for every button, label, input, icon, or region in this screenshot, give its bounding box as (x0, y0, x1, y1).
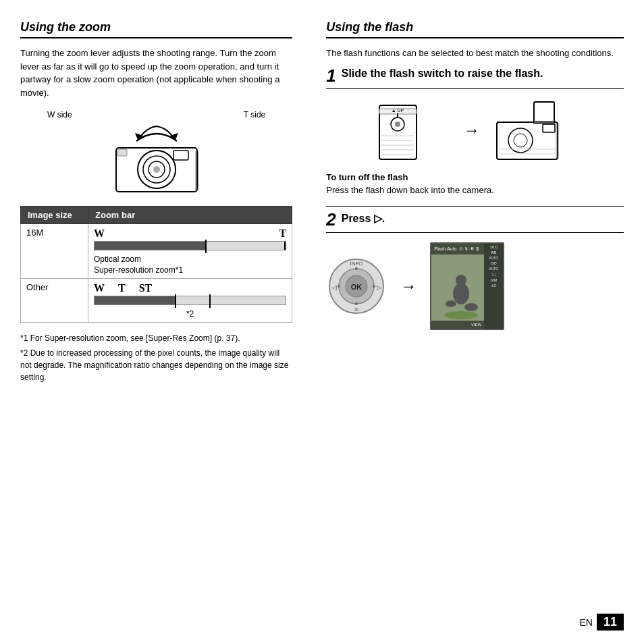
flash-switch-diagram: ▲ UP → (326, 99, 624, 163)
svg-point-43 (453, 283, 469, 304)
step1-number: 1 (326, 67, 336, 84)
svg-text:◁: ◁ (332, 284, 337, 291)
table-cell-16m: 16M (21, 224, 88, 279)
person-svg (441, 273, 481, 321)
svg-point-4 (153, 166, 160, 173)
svg-text:▷: ▷ (377, 284, 381, 291)
step2-heading: 2 Press ▷. (326, 206, 624, 233)
flash-intro-text: The flash functions can be selected to b… (326, 47, 624, 60)
zoom-body-text: Turning the zoom lever adjusts the shoot… (20, 47, 292, 99)
svg-text:⊙: ⊙ (354, 306, 359, 313)
zoom-diagram: W side T side (20, 110, 292, 195)
st-label-other: ST (139, 282, 153, 294)
footnotes: *1 For Super-resolution zoom, see [Super… (20, 332, 292, 383)
right-column: Using the flash The flash functions can … (313, 20, 624, 624)
step1-text: Slide the flash switch to raise the flas… (342, 67, 543, 81)
page-footer: EN 11 (580, 614, 624, 630)
svg-rect-5 (173, 151, 188, 160)
arrow-to-screen: → (400, 277, 417, 296)
table-header-image-size: Image size (21, 207, 88, 224)
svg-point-39 (355, 302, 358, 305)
table-row-16m: 16M W T Optical zoom Super- (21, 224, 292, 279)
step2-number: 2 (326, 211, 336, 228)
star2-label: *2 (94, 309, 286, 319)
right-section-title: Using the flash (326, 20, 624, 38)
flash-raised-svg (493, 99, 574, 163)
screen-sidebar: ±0.0 WB AUTO ISO AUTO □ 16M ±3 (484, 244, 503, 329)
svg-point-38 (355, 267, 358, 270)
turn-off-section: To turn off the flash Press the flash do… (326, 172, 624, 195)
table-cell-16m-bar: W T Optical zoom Super-resolution zoom*1 (88, 224, 292, 279)
turn-off-title: To turn off the flash (326, 172, 624, 182)
svg-point-45 (464, 303, 478, 311)
view-label: VIEW (471, 323, 481, 327)
svg-point-41 (373, 285, 375, 288)
table-row-other: Other W T ST *2 (21, 279, 292, 323)
page-number: 11 (597, 614, 624, 630)
w-label-other: W (94, 282, 105, 294)
turn-off-text: Press the flash down back into the camer… (326, 185, 624, 195)
camera-screen: Flash Auto ⊙ ↯ 👁 $ ±0 (430, 242, 504, 330)
svg-text:▲ UP: ▲ UP (391, 108, 404, 113)
svg-rect-21 (534, 102, 554, 124)
t-label-other: T (118, 282, 126, 294)
t-label-16m: T (279, 227, 287, 240)
svg-point-46 (444, 311, 478, 319)
press-diagram: OK INFO ⊙ ◁ ▷ → Flash Auto ⊙ ↯ 👁 $ (326, 242, 624, 330)
svg-point-24 (514, 134, 527, 147)
svg-point-13 (395, 122, 400, 127)
table-header-zoom-bar: Zoom bar (88, 207, 292, 224)
arrow-to-raised-flash: → (464, 121, 480, 140)
zoom-diagram-labels: W side T side (20, 110, 292, 119)
footnote-1: *1 For Super-resolution zoom, see [Super… (20, 332, 292, 344)
t-side-label: T side (244, 110, 265, 119)
flash-auto-label: Flash Auto (434, 246, 456, 251)
footnote-2: *2 Due to increased processing of the pi… (20, 347, 292, 383)
step1-heading: 1 Slide the flash switch to raise the fl… (326, 67, 624, 89)
zoom-table: Image size Zoom bar 16M W T (20, 206, 292, 323)
table-cell-other: Other (21, 279, 88, 323)
zoom-lever-svg (96, 121, 217, 195)
svg-text:OK: OK (351, 283, 363, 291)
left-section-title: Using the zoom (20, 20, 292, 38)
left-column: Using the zoom Turning the zoom lever ad… (20, 20, 313, 624)
screen-icons: ⊙ ↯ 👁 $ (459, 246, 479, 252)
person-silhouette (438, 254, 484, 321)
svg-point-40 (338, 285, 340, 288)
screen-top-bar: Flash Auto ⊙ ↯ 👁 $ (431, 244, 484, 254)
w-side-label: W side (47, 110, 72, 119)
flash-switch-svg: ▲ UP (376, 99, 450, 163)
table-cell-other-bar: W T ST *2 (88, 279, 292, 323)
svg-point-44 (446, 300, 456, 307)
ok-dial-svg: OK INFO ⊙ ◁ ▷ (326, 256, 387, 317)
step2-text: Press ▷. (342, 212, 385, 226)
svg-rect-8 (117, 149, 127, 156)
svg-rect-25 (543, 124, 555, 132)
w-label-16m: W (94, 227, 105, 240)
en-label: EN (580, 617, 593, 628)
svg-text:INFO: INFO (350, 261, 363, 267)
optical-zoom-label: Optical zoom (94, 254, 286, 264)
super-res-zoom-label: Super-resolution zoom*1 (94, 265, 286, 275)
screen-bottom-bar: VIEW (431, 321, 484, 329)
